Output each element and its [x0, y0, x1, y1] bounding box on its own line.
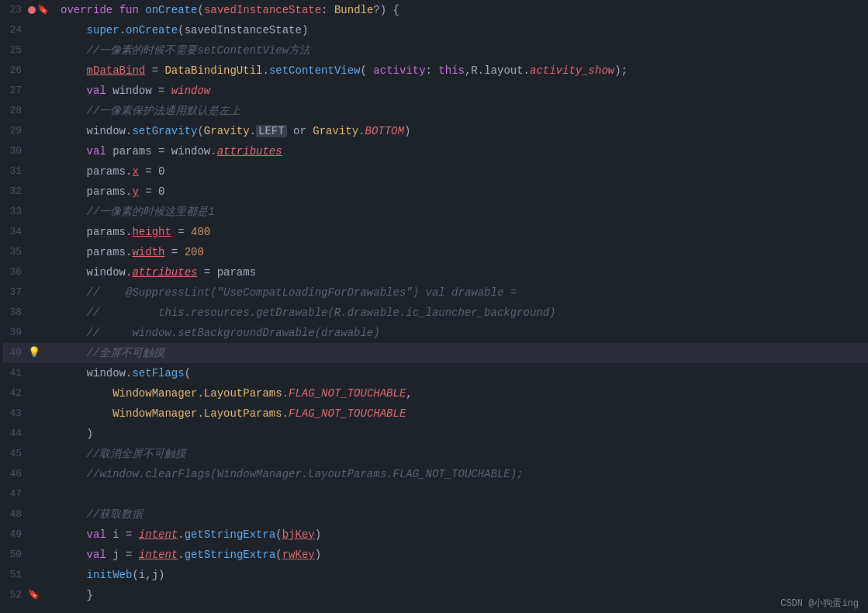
line-wrapper: 39 // window.setBackgroundDrawable(drawa…	[3, 323, 868, 343]
line-wrapper: 40💡 //全屏不可触摸	[3, 343, 868, 363]
line-wrapper: 47	[3, 484, 868, 504]
code-text: window.attributes = params	[59, 262, 868, 282]
code-text: // window.setBackgroundDrawable(drawable…	[59, 323, 868, 343]
code-text: // @SuppressLint("UseCompatLoadingForDra…	[59, 282, 868, 303]
code-text: super.onCreate(savedInstanceState)	[59, 20, 868, 40]
line-number: 38	[3, 303, 28, 323]
line-number: 49	[3, 525, 28, 545]
line-wrapper: 51 initWeb(i,j)	[3, 565, 868, 585]
code-line: 49 val i = intent.getStringExtra(bjKey)	[3, 525, 868, 545]
line-wrapper: 26 mDataBind = DataBindingUtil.setConten…	[3, 61, 868, 81]
line-number: 28	[3, 101, 28, 121]
code-text: params.y = 0	[59, 182, 868, 202]
code-line: 43 WindowManager.LayoutParams.FLAG_NOT_T…	[3, 403, 868, 424]
code-line: 33 //一像素的时候这里都是1	[3, 202, 868, 222]
bottom-bar-text: CSDN @小狗蛋ing	[780, 598, 859, 609]
code-line: 42 WindowManager.LayoutParams.FLAG_NOT_T…	[3, 383, 868, 403]
code-line: 29 window.setGravity(Gravity.LEFT or Gra…	[3, 121, 868, 141]
code-content: 23🔖override fun onCreate(savedInstanceSt…	[0, 0, 868, 613]
code-line: 40💡 //全屏不可触摸	[3, 343, 868, 363]
code-line: 37 // @SuppressLint("UseCompatLoadingFor…	[3, 282, 868, 303]
line-number: 48	[3, 504, 28, 525]
line-number: 27	[3, 81, 28, 101]
line-wrapper: 35 params.width = 200	[3, 242, 868, 262]
breakpoint-icon[interactable]	[28, 6, 36, 14]
line-wrapper: 44 )	[3, 424, 868, 444]
line-wrapper: 46 //window.clearFlags(WindowManager.Lay…	[3, 464, 868, 484]
code-text: window.setFlags(	[59, 363, 868, 383]
code-area: 23🔖override fun onCreate(savedInstanceSt…	[0, 0, 868, 613]
code-line: 28 //一像素保护法通用默认是左上	[3, 101, 868, 121]
code-text: val params = window.attributes	[59, 141, 868, 161]
line-number: 46	[3, 464, 28, 484]
code-text: override fun onCreate(savedInstanceState…	[59, 0, 868, 20]
code-line: 36 window.attributes = params	[3, 262, 868, 282]
line-number: 40	[3, 343, 28, 363]
line-wrapper: 30 val params = window.attributes	[3, 141, 868, 161]
bulb-icon[interactable]: 💡	[28, 343, 40, 363]
line-number: 41	[3, 363, 28, 383]
code-text: //一像素的时候这里都是1	[59, 202, 868, 222]
code-line: 35 params.width = 200	[3, 242, 868, 262]
code-text: params.height = 400	[59, 222, 868, 242]
line-wrapper: 45 //取消全屏不可触摸	[3, 444, 868, 464]
code-text: }	[59, 585, 868, 605]
line-wrapper: 41 window.setFlags(	[3, 363, 868, 383]
line-number: 34	[3, 222, 28, 242]
line-number: 42	[3, 383, 28, 403]
line-wrapper: 29 window.setGravity(Gravity.LEFT or Gra…	[3, 121, 868, 141]
line-wrapper: 32 params.y = 0	[3, 182, 868, 202]
line-wrapper: 36 window.attributes = params	[3, 262, 868, 282]
line-wrapper: 48 //获取数据	[3, 504, 868, 525]
line-number: 30	[3, 141, 28, 161]
code-text: )	[59, 424, 868, 444]
code-line: 47	[3, 484, 868, 504]
line-number: 47	[3, 484, 28, 504]
code-text: initWeb(i,j)	[59, 565, 868, 585]
line-number: 44	[3, 424, 28, 444]
code-text: val j = intent.getStringExtra(rwKey)	[59, 545, 868, 565]
line-wrapper: 43 WindowManager.LayoutParams.FLAG_NOT_T…	[3, 403, 868, 424]
line-wrapper: 24 super.onCreate(savedInstanceState)	[3, 20, 868, 40]
bookmark-icon[interactable]: 🔖	[28, 585, 40, 605]
code-text: //window.clearFlags(WindowManager.Layout…	[59, 464, 868, 484]
line-number: 32	[3, 182, 28, 202]
code-text: mDataBind = DataBindingUtil.setContentVi…	[59, 61, 868, 81]
line-number: 26	[3, 61, 28, 81]
line-wrapper: 50 val j = intent.getStringExtra(rwKey)	[3, 545, 868, 565]
line-number: 51	[3, 565, 28, 585]
code-text: //一像素的时候不需要setContentView方法	[59, 40, 868, 61]
code-line: 39 // window.setBackgroundDrawable(drawa…	[3, 323, 868, 343]
line-wrapper: 42 WindowManager.LayoutParams.FLAG_NOT_T…	[3, 383, 868, 403]
code-line: 50 val j = intent.getStringExtra(rwKey)	[3, 545, 868, 565]
code-text: //取消全屏不可触摸	[59, 444, 868, 464]
code-line: 24 super.onCreate(savedInstanceState)	[3, 20, 868, 40]
code-line: 51 initWeb(i,j)	[3, 565, 868, 585]
line-number: 52	[3, 585, 28, 605]
code-text: WindowManager.LayoutParams.FLAG_NOT_TOUC…	[59, 403, 868, 424]
code-text: window.setGravity(Gravity.LEFT or Gravit…	[59, 121, 868, 141]
line-number: 29	[3, 121, 28, 141]
line-wrapper: 31 params.x = 0	[3, 161, 868, 182]
line-number: 39	[3, 323, 28, 343]
line-number: 37	[3, 282, 28, 303]
line-number: 31	[3, 161, 28, 182]
line-wrapper: 37 // @SuppressLint("UseCompatLoadingFor…	[3, 282, 868, 303]
code-line: 23🔖override fun onCreate(savedInstanceSt…	[3, 0, 868, 20]
code-line: 31 params.x = 0	[3, 161, 868, 182]
line-icons: 💡	[28, 343, 59, 363]
code-text: val window = window	[59, 81, 868, 101]
code-line: 52🔖 }	[3, 585, 868, 605]
bookmark-icon[interactable]: 🔖	[37, 0, 49, 20]
line-wrapper: 34 params.height = 400	[3, 222, 868, 242]
bottom-bar: CSDN @小狗蛋ing	[771, 594, 868, 613]
code-text: // this.resources.getDrawable(R.drawable…	[59, 303, 868, 323]
line-number: 23	[3, 0, 28, 20]
code-line: 30 val params = window.attributes	[3, 141, 868, 161]
code-line: 26 mDataBind = DataBindingUtil.setConten…	[3, 61, 868, 81]
line-number: 25	[3, 40, 28, 61]
line-wrapper: 33 //一像素的时候这里都是1	[3, 202, 868, 222]
code-line: 45 //取消全屏不可触摸	[3, 444, 868, 464]
line-wrapper: 27 val window = window	[3, 81, 868, 101]
line-number: 33	[3, 202, 28, 222]
